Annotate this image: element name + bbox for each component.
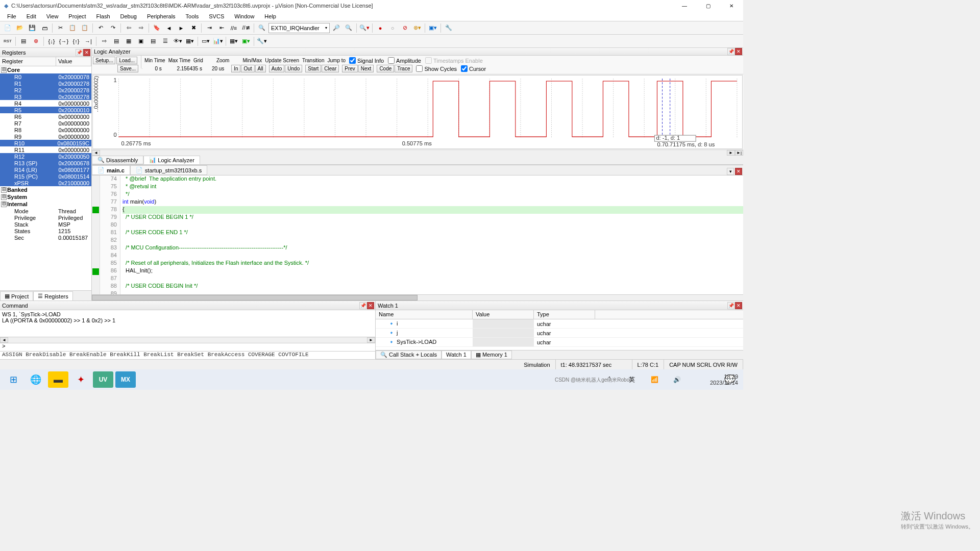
menu-flash[interactable]: Flash	[92, 12, 114, 20]
close-panel-icon[interactable]: ✕	[83, 49, 90, 56]
register-row[interactable]: R110x00000000	[0, 146, 91, 153]
uvision-icon[interactable]: UV	[93, 371, 113, 388]
open-icon[interactable]: 📂	[14, 22, 26, 34]
trace-window-icon[interactable]: ▦▾	[228, 36, 239, 47]
breakpoint-kill-icon[interactable]: ⊗▾	[411, 22, 423, 34]
run-icon[interactable]: ▤	[18, 36, 29, 47]
tab-dropdown-icon[interactable]: ▾	[727, 168, 734, 175]
code-line[interactable]: HAL_Init();	[122, 267, 743, 275]
explorer-icon[interactable]: ▬	[48, 371, 68, 388]
nav-back-icon[interactable]: ⇦	[123, 22, 134, 34]
minimize-button[interactable]: —	[673, 0, 696, 11]
bookmark-icon[interactable]: 🔖	[151, 22, 162, 34]
register-row[interactable]: R40x00000000	[0, 100, 91, 107]
breakpoint-insert-icon[interactable]: ●	[375, 22, 386, 34]
update-clear-button[interactable]: Clear	[322, 65, 339, 72]
menu-tools[interactable]: Tools	[182, 12, 203, 20]
save-icon[interactable]: 💾	[27, 22, 38, 34]
cut-icon[interactable]: ✂	[55, 22, 66, 34]
register-row[interactable]: R100x0800159C	[0, 140, 91, 146]
analysis-window-icon[interactable]: 📊▾	[212, 36, 224, 47]
register-row[interactable]: R00x20000078	[0, 73, 91, 80]
reset-icon[interactable]: RST	[2, 36, 13, 47]
new-icon[interactable]: 📄	[2, 22, 13, 34]
toolbox-icon[interactable]: 🔧▾	[256, 36, 267, 47]
reg-group[interactable]: Internal	[0, 201, 91, 208]
minmax-undo-button[interactable]: Undo	[285, 65, 302, 72]
register-row[interactable]: R50x20000010	[0, 107, 91, 113]
zoom-all-button[interactable]: All	[255, 65, 266, 72]
close-panel-icon[interactable]: ✕	[735, 302, 742, 309]
system-viewer-icon[interactable]: ▣▾	[240, 36, 252, 47]
register-row[interactable]: R60x00000000	[0, 113, 91, 120]
jump-trace-button[interactable]: Trace	[395, 65, 412, 72]
pin-icon[interactable]: 📌	[359, 302, 366, 309]
menu-project[interactable]: Project	[64, 12, 90, 20]
app-icon[interactable]: ✦	[70, 371, 91, 388]
window-icon[interactable]: ▣▾	[427, 22, 438, 34]
chk-cursor[interactable]	[461, 65, 468, 72]
watch-window-icon[interactable]: 👁▾	[172, 36, 183, 47]
code-line[interactable]: /* MCU Configuration--------------------…	[122, 244, 743, 252]
tab-startup-s[interactable]: 📄 startup_stm32f103xb.s	[130, 165, 207, 175]
register-row[interactable]: R20x20000278	[0, 87, 91, 93]
indent-icon[interactable]: ⇥	[204, 22, 215, 34]
start-icon[interactable]: ⊞	[3, 371, 23, 388]
menu-help[interactable]: Help	[260, 12, 280, 20]
bookmark-next-icon[interactable]: ►	[176, 22, 187, 34]
registers-window-icon[interactable]: ▤	[148, 36, 159, 47]
tray-volume-icon[interactable]: 🔊	[667, 371, 687, 388]
outdent-icon[interactable]: ⇤	[216, 22, 227, 34]
close-panel-icon[interactable]: ✕	[735, 48, 742, 55]
show-next-icon[interactable]: ⇨	[99, 36, 110, 47]
menu-view[interactable]: View	[42, 12, 63, 20]
register-row[interactable]: R10x20000278	[0, 80, 91, 87]
la-plot[interactable]: ..0x00000002) 1 0 0.26775 ms 0.50775 ms …	[92, 75, 743, 149]
cmd-hscroll[interactable]: ◄►	[0, 337, 375, 343]
code-line[interactable]	[122, 290, 743, 294]
callstack-window-icon[interactable]: ☰	[160, 36, 171, 47]
code-line[interactable]: /* Reset of all peripherals, Initializes…	[122, 260, 743, 267]
tab-close-icon[interactable]: ✕	[735, 168, 742, 175]
symbol-window-icon[interactable]: ▣	[135, 36, 146, 47]
tab-project[interactable]: ▦ Project	[0, 291, 33, 300]
menu-window[interactable]: Window	[230, 12, 258, 20]
redo-icon[interactable]: ↷	[107, 22, 118, 34]
code-line[interactable]: /* USER CODE BEGIN Init */	[122, 283, 743, 290]
editor-hscroll[interactable]	[92, 294, 743, 300]
la-load-button[interactable]: Load...	[116, 57, 137, 64]
tab-registers[interactable]: ☰ Registers	[33, 291, 72, 300]
incremental-find-icon[interactable]: 🔍	[343, 22, 354, 34]
code-line[interactable]: /* USER CODE BEGIN 1 */	[122, 214, 743, 221]
tray-wifi-icon[interactable]: 📶	[644, 371, 665, 388]
tab-watch1[interactable]: Watch 1	[442, 350, 471, 359]
code-line[interactable]	[122, 237, 743, 244]
code-editor[interactable]: 74757677787980818283848586878889 * @brie…	[92, 176, 743, 294]
register-row[interactable]: R14 (LR)0x08000177	[0, 166, 91, 173]
pin-icon[interactable]: 📌	[76, 49, 83, 56]
close-panel-icon[interactable]: ✕	[367, 302, 374, 309]
find-icon[interactable]: 🔍	[256, 22, 267, 34]
register-row[interactable]: R90x00000000	[0, 133, 91, 140]
la-setup-button[interactable]: Setup...	[93, 57, 115, 64]
symbol-combo[interactable]: EXTI0_IRQHandler	[268, 23, 330, 33]
menu-file[interactable]: File	[3, 12, 20, 20]
menu-peripherals[interactable]: Peripherals	[143, 12, 180, 20]
run-to-cursor-icon[interactable]: →|	[83, 36, 94, 47]
paste-icon[interactable]: 📋	[79, 22, 90, 34]
scroll-left-icon[interactable]: ◄	[92, 150, 100, 156]
step-out-icon[interactable]: {↑}	[70, 36, 82, 47]
reg-group[interactable]: Core	[0, 66, 91, 73]
chk-amplitude[interactable]	[388, 57, 395, 64]
pin-icon[interactable]: 📌	[727, 302, 734, 309]
tab-memory1[interactable]: ▦ Memory 1	[471, 350, 512, 359]
command-window-icon[interactable]: ▤	[111, 36, 122, 47]
close-button[interactable]: ✕	[720, 0, 743, 11]
update-start-button[interactable]: Start	[305, 65, 321, 72]
register-row[interactable]: R80x00000000	[0, 127, 91, 133]
tab-call-stack[interactable]: 🔍 Call Stack + Locals	[376, 350, 442, 359]
edge-icon[interactable]: 🌐	[26, 371, 46, 388]
register-row[interactable]: R13 (SP)0x20000678	[0, 160, 91, 166]
register-row[interactable]: R70x00000000	[0, 120, 91, 127]
step-over-icon[interactable]: {→}	[58, 36, 69, 47]
